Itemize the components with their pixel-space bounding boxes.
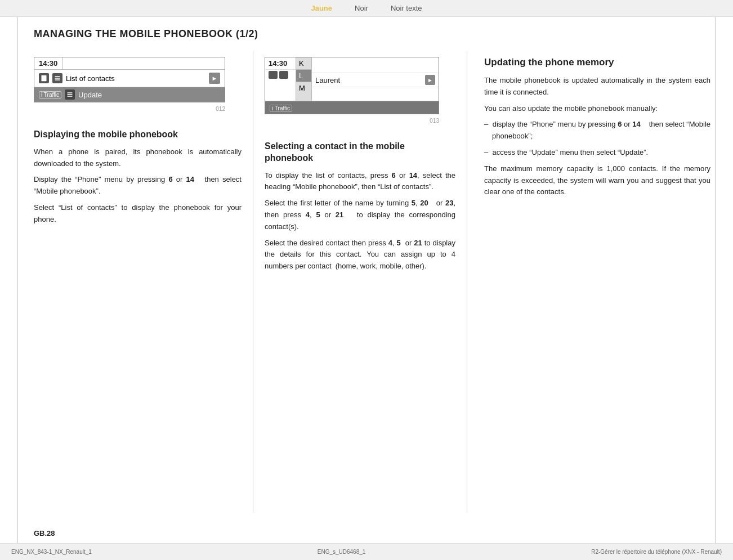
update-list-icon xyxy=(65,89,75,100)
left-para1: When a phone is paired, its phonebook is… xyxy=(34,146,242,170)
left-para3: Select “List of contacts” to display the… xyxy=(34,202,242,226)
topbar-noir-texte[interactable]: Noir texte xyxy=(391,4,422,12)
list-of-contacts-label: List of contacts xyxy=(66,74,205,83)
svg-rect-5 xyxy=(68,94,73,95)
middle-device-screen: 14:30 K L M xyxy=(265,57,439,114)
letter-m: M xyxy=(296,82,311,94)
left-device-update-row: i Traffic Update xyxy=(34,87,225,102)
left-device-time: 14:30 xyxy=(34,57,62,69)
right-arrow-btn[interactable]: ► xyxy=(209,73,220,84)
left-para2: Display the “Phone” menu by pressing 6 o… xyxy=(34,174,242,198)
mid-list-icon xyxy=(279,71,288,79)
bottom-right: R2-Gérer le répertoire du téléphone (XNX… xyxy=(591,549,722,555)
left-img-label: 012 xyxy=(34,106,225,112)
middle-section-heading: Selecting a contact in the mobile phoneb… xyxy=(265,141,455,164)
left-border xyxy=(17,17,18,543)
phone-icon xyxy=(39,73,49,83)
page-title: MANAGING THE MOBILE PHONEBOOK (1/2) xyxy=(34,28,710,40)
mid-arrow-btn[interactable]: ► xyxy=(425,75,435,85)
letter-k: K xyxy=(296,57,311,70)
left-section-heading: Displaying the mobile phonebook xyxy=(34,129,242,141)
left-device-screen: 14:30 List of contacts xyxy=(34,57,225,102)
right-section-body: The mobile phonebook is updated automati… xyxy=(484,75,710,198)
columns: 14:30 List of contacts xyxy=(34,51,710,513)
middle-column: 14:30 K L M xyxy=(253,51,467,513)
svg-rect-2 xyxy=(55,78,60,79)
list-icon xyxy=(52,73,62,83)
left-section-body: When a phone is paired, its phonebook is… xyxy=(34,146,242,226)
svg-rect-3 xyxy=(55,79,60,80)
right-column: Updating the phone memory The mobile pho… xyxy=(467,51,710,513)
svg-rect-4 xyxy=(68,92,73,93)
top-bar: Jaune Noir Noir texte xyxy=(0,0,733,17)
svg-rect-0 xyxy=(42,75,47,82)
right-footer: The maximum memory capacity is 1,000 con… xyxy=(484,163,710,198)
mid-traffic-label: i Traffic xyxy=(270,105,292,112)
bottom-center: ENG_s_UD6468_1 xyxy=(318,549,366,555)
topbar-jaune[interactable]: Jaune xyxy=(311,4,332,12)
mid-para2: Select the first letter of the name by t… xyxy=(265,198,455,232)
traffic-icon: i Traffic xyxy=(39,91,61,98)
mid-para3: Select the desired contact then press 4,… xyxy=(265,238,455,272)
main-content: MANAGING THE MOBILE PHONEBOOK (1/2) 14:3… xyxy=(0,17,733,543)
letter-l: L xyxy=(296,70,311,82)
bottom-left: ENG_NX_843-1_NX_Renault_1 xyxy=(11,549,92,555)
left-device-list-row: List of contacts ► xyxy=(34,70,225,87)
mid-para1: To display the list of contacts, press 6… xyxy=(265,170,455,194)
update-label: Update xyxy=(78,91,220,99)
page-number: GB.28 xyxy=(34,529,55,537)
left-column: 14:30 List of contacts xyxy=(34,51,253,513)
mid-device-time: 14:30 xyxy=(265,57,296,69)
right-bullet2: – access the “Update” menu then select “… xyxy=(484,147,710,159)
right-intro2: You can also update the mobile phonebook… xyxy=(484,103,710,115)
contact-name: Laurent xyxy=(315,76,425,84)
middle-section-body: To display the list of contacts, press 6… xyxy=(265,170,455,272)
right-section-heading: Updating the phone memory xyxy=(484,57,710,68)
svg-rect-6 xyxy=(68,96,73,97)
bottom-bar: ENG_NX_843-1_NX_Renault_1 ENG_s_UD6468_1… xyxy=(0,543,733,560)
right-bullet1: – display the “Phone” menu by pressing 6… xyxy=(484,119,710,142)
svg-rect-1 xyxy=(55,76,60,77)
mid-traffic-row: i Traffic xyxy=(265,101,439,114)
right-border xyxy=(715,17,716,543)
mid-phone-icon xyxy=(269,71,278,79)
topbar-noir[interactable]: Noir xyxy=(355,4,368,12)
right-intro1: The mobile phonebook is updated automati… xyxy=(484,75,710,98)
mid-img-label: 013 xyxy=(265,118,439,124)
